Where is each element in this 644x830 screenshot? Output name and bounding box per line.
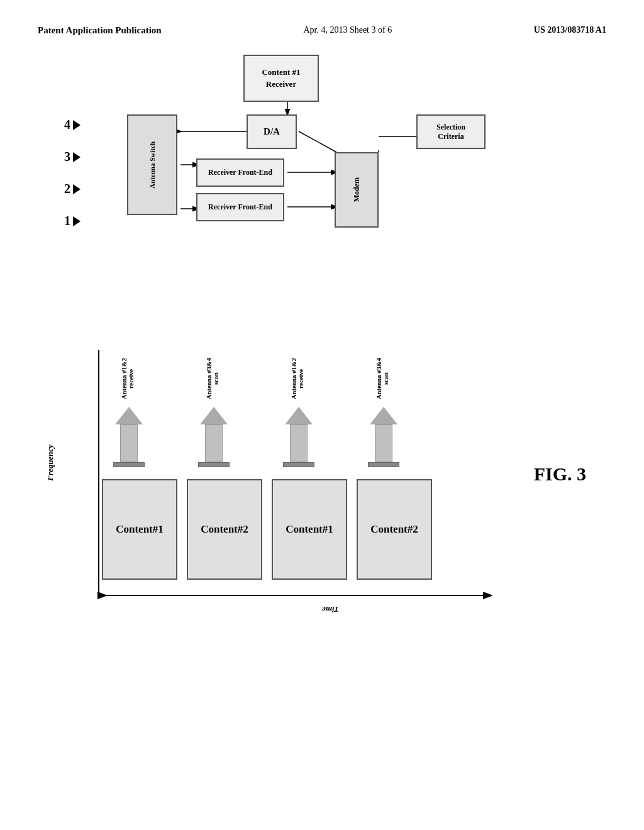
antenna-switch-label: Antenna Switch	[148, 141, 156, 189]
rfe2-label: Receiver Front-End	[208, 202, 272, 212]
arrowhead-2	[200, 407, 228, 424]
antenna-2: 2	[64, 182, 80, 196]
content-2-label: Content#2	[201, 523, 248, 536]
base-2	[198, 462, 230, 467]
antenna-1: 1	[64, 214, 80, 228]
svg-line-9	[299, 131, 336, 152]
content-block-1: Content#1	[102, 479, 177, 580]
tf-arrow-1	[113, 407, 145, 467]
content-block-3: Content#1	[272, 479, 347, 580]
antenna-1-num: 1	[64, 214, 70, 228]
modem-box: Modem	[335, 152, 379, 228]
da-box: D/A	[247, 114, 297, 149]
arrowhead-3	[285, 407, 313, 424]
header-right: US 2013/083718 A1	[534, 25, 606, 35]
shaft-1	[120, 424, 138, 462]
time-label: Time	[322, 604, 339, 614]
rfe-box-1: Receiver Front-End	[196, 158, 284, 187]
content-receiver-label: Content #1Receiver	[262, 67, 300, 89]
antenna-3-num: 3	[64, 150, 70, 164]
da-label: D/A	[264, 126, 280, 137]
antenna-3: 3	[64, 150, 80, 164]
content-1-label: Content#1	[116, 523, 164, 536]
content-block-2: Content#2	[187, 479, 262, 580]
header: Patent Application Publication Apr. 4, 2…	[38, 25, 606, 36]
antenna-4: 4	[64, 118, 80, 132]
antenna-switch-box: Antenna Switch	[127, 114, 177, 215]
rfe-box-2: Receiver Front-End	[196, 193, 284, 221]
shaft-4	[375, 424, 392, 462]
content-4-label: Content#2	[370, 523, 418, 536]
selection-label: SelectionCriteria	[436, 123, 465, 141]
antenna-2-num: 2	[64, 182, 70, 196]
base-4	[368, 462, 399, 467]
tf-arrow-3	[283, 407, 314, 467]
ant-label-1: Antenna #1&2receive	[121, 353, 135, 404]
selection-criteria-box: SelectionCriteria	[416, 114, 486, 149]
arrowhead-1	[115, 407, 143, 424]
shaft-3	[290, 424, 308, 462]
arrow-2	[73, 184, 80, 194]
time-freq-diagram: Frequency Time Antenna #1&2receive Anten…	[39, 319, 605, 646]
content-3-label: Content#1	[286, 523, 333, 536]
tf-arrow-2	[198, 407, 230, 467]
content-receiver-box: Content #1Receiver	[243, 55, 319, 102]
arrow-3	[73, 152, 80, 162]
ant-label-4: Antenna #3&4scan	[375, 353, 389, 404]
fig-label: FIG. 3	[534, 463, 586, 485]
page: Patent Application Publication Apr. 4, 2…	[0, 0, 644, 830]
frequency-label: Frequency	[45, 445, 55, 481]
tf-arrow-4	[368, 407, 399, 467]
header-left: Patent Application Publication	[38, 25, 162, 36]
rfe1-label: Receiver Front-End	[208, 168, 272, 177]
ant-label-2: Antenna #3&4scan	[206, 353, 219, 404]
antenna-numbers: 4 3 2 1	[64, 118, 80, 228]
modem-label: Modem	[352, 177, 362, 202]
ant-label-3: Antenna #1&2receive	[291, 353, 304, 404]
header-center: Apr. 4, 2013 Sheet 3 of 6	[303, 25, 392, 35]
content-block-4: Content#2	[357, 479, 432, 580]
antenna-4-num: 4	[64, 118, 70, 132]
arrow-1	[73, 216, 80, 226]
shaft-2	[205, 424, 223, 462]
base-1	[113, 462, 145, 467]
base-3	[283, 462, 314, 467]
arrow-4	[73, 120, 80, 130]
block-diagram: Content #1Receiver 4 3 2 1 Antenna Swi	[64, 55, 580, 294]
arrowhead-4	[370, 407, 397, 424]
